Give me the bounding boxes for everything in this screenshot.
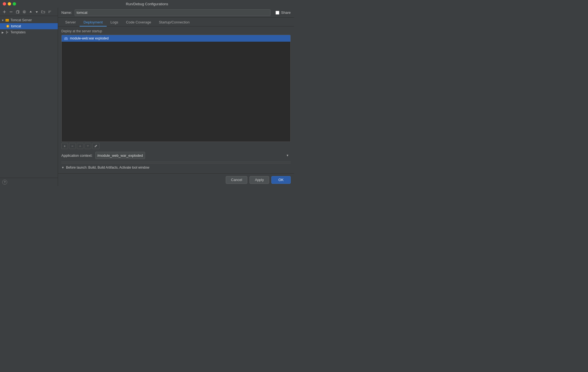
- tabs: Server Deployment Logs Code Coverage Sta…: [58, 18, 294, 26]
- svg-line-17: [96, 145, 97, 146]
- tab-logs[interactable]: Logs: [107, 19, 122, 26]
- tomcat-server-icon: [5, 18, 9, 22]
- deploy-item-icon: [64, 36, 68, 41]
- divider: [61, 162, 291, 162]
- deploy-remove-button[interactable]: −: [69, 143, 76, 149]
- window-title: Run/Debug Configurations: [126, 2, 168, 6]
- content-area: Deploy at the server startup module-web:…: [58, 26, 294, 173]
- sidebar-item-tomcat[interactable]: T tomcat: [0, 23, 58, 29]
- deploy-item-module-web[interactable]: module-web:war exploded: [62, 35, 290, 42]
- svg-rect-10: [7, 20, 8, 21]
- sidebar-item-tomcat-server[interactable]: ▼ Tomcat Server: [0, 17, 58, 23]
- svg-point-4: [24, 11, 25, 12]
- deploy-list: module-web:war exploded: [61, 35, 291, 142]
- tab-deployment[interactable]: Deployment: [80, 19, 106, 26]
- tab-code-coverage[interactable]: Code Coverage: [122, 19, 155, 26]
- deploy-section-label: Deploy at the server startup: [61, 29, 291, 33]
- tab-server[interactable]: Server: [61, 19, 80, 26]
- expand-arrow-templates: ▶: [1, 31, 4, 34]
- title-bar: Run/Debug Configurations: [0, 0, 294, 8]
- add-config-button[interactable]: [2, 10, 7, 14]
- share-label: Share: [281, 10, 291, 15]
- svg-rect-3: [16, 11, 19, 13]
- deploy-list-toolbar: + −: [61, 142, 291, 150]
- before-launch-label: Before launch: Build, Build Artifacts, A…: [66, 166, 149, 169]
- svg-rect-11: [6, 19, 9, 20]
- sidebar-bottom: ?: [0, 178, 58, 186]
- name-bar: Name: Share: [58, 8, 294, 18]
- apply-button[interactable]: Apply: [250, 176, 269, 184]
- name-input[interactable]: [75, 9, 271, 16]
- svg-text:T: T: [7, 25, 9, 28]
- share-area: Share: [275, 10, 291, 15]
- deploy-moveup-button[interactable]: [77, 143, 83, 149]
- window-controls: [3, 2, 16, 6]
- main-container: ▼ Tomcat Server T: [0, 8, 294, 186]
- app-context-select-wrapper: /module_web_war_exploded ▼: [95, 152, 291, 159]
- maximize-button[interactable]: [13, 2, 16, 6]
- app-context-row: Application context: /module_web_war_exp…: [61, 150, 291, 161]
- folder-button[interactable]: [40, 10, 46, 14]
- copy-config-button[interactable]: [15, 10, 20, 14]
- app-context-select[interactable]: /module_web_war_exploded: [95, 152, 145, 159]
- share-checkbox[interactable]: [275, 11, 279, 15]
- deploy-movedown-button[interactable]: [85, 143, 91, 149]
- deploy-add-button[interactable]: +: [61, 143, 68, 149]
- select-arrow-icon: ▼: [286, 154, 289, 157]
- close-button[interactable]: [3, 2, 6, 6]
- sidebar: ▼ Tomcat Server T: [0, 8, 58, 186]
- tomcat-server-label: Tomcat Server: [11, 18, 32, 22]
- deploy-edit-button[interactable]: [92, 143, 99, 149]
- expand-arrow-tomcat-server: ▼: [1, 18, 4, 22]
- help-button[interactable]: ?: [2, 180, 7, 185]
- svg-point-16: [66, 37, 66, 38]
- main-content: Name: Share Server Deployment Logs Code …: [58, 8, 294, 186]
- move-up-button[interactable]: [28, 10, 33, 14]
- footer: Cancel Apply OK: [58, 173, 294, 186]
- cancel-button[interactable]: Cancel: [226, 176, 247, 184]
- tomcat-label: tomcat: [11, 24, 21, 28]
- templates-label: Templates: [11, 30, 26, 34]
- remove-config-button[interactable]: [8, 10, 14, 14]
- before-launch-section: ▼ Before launch: Build, Build Artifacts,…: [61, 163, 291, 171]
- app-context-label: Application context:: [61, 153, 93, 158]
- sidebar-toolbar: [0, 8, 58, 16]
- name-label: Name:: [61, 10, 72, 15]
- minimize-button[interactable]: [8, 2, 11, 6]
- move-down-button[interactable]: [34, 10, 39, 14]
- templates-icon: [5, 30, 9, 34]
- sidebar-item-templates[interactable]: ▶ Templates: [0, 29, 58, 35]
- deploy-item-label: module-web:war exploded: [70, 36, 109, 40]
- before-launch-toggle[interactable]: ▼: [61, 166, 64, 169]
- ok-button[interactable]: OK: [271, 176, 291, 184]
- tab-startup-connection[interactable]: Startup/Connection: [155, 19, 193, 26]
- sort-button[interactable]: [47, 10, 53, 14]
- sidebar-tree: ▼ Tomcat Server T: [0, 16, 58, 178]
- tomcat-config-icon: T: [6, 24, 10, 28]
- wrench-button[interactable]: [22, 10, 27, 14]
- svg-rect-9: [6, 20, 7, 21]
